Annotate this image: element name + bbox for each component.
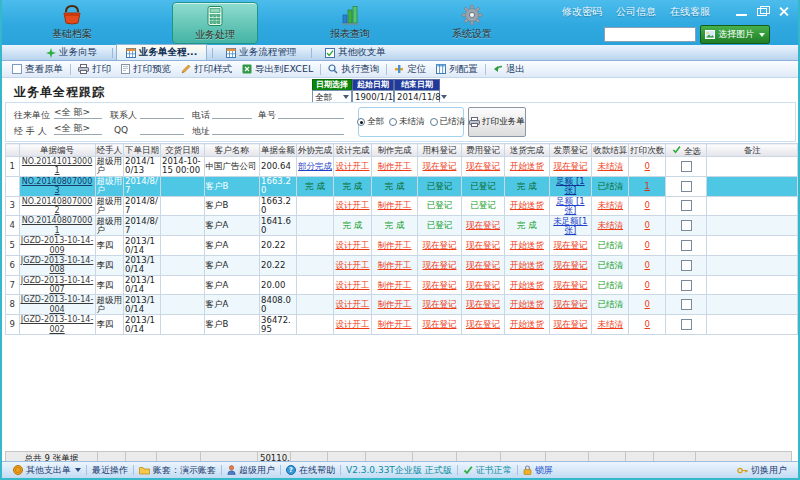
status-link[interactable]: 设计开工: [336, 260, 370, 270]
partner-field[interactable]: <全 部>: [54, 107, 102, 119]
status-current-user[interactable]: 超级用户: [222, 464, 280, 477]
toolbar-column-config[interactable]: 列配置: [431, 63, 483, 76]
order-id-link[interactable]: JGZD-2013-10-14-009: [21, 236, 93, 254]
status-link[interactable]: 开始送货: [510, 200, 544, 210]
docno-field[interactable]: [278, 107, 344, 119]
order-id-link[interactable]: JGZD-2013-10-14-008: [21, 256, 93, 274]
table-row[interactable]: 5JGZD-2013-10-14-009李四2013/10/14客户A20.22…: [6, 236, 798, 256]
column-header-14[interactable]: 收款结算: [592, 144, 629, 157]
toolbar-locate[interactable]: 定位: [389, 63, 431, 76]
titlebar-link-1[interactable]: 公司信息: [616, 5, 656, 19]
status-link[interactable]: 制作开工: [378, 200, 412, 210]
status-link[interactable]: 现在登记: [466, 220, 500, 230]
toolbar-run-query[interactable]: 执行查询: [323, 63, 384, 76]
status-link[interactable]: 制作开工: [378, 161, 412, 171]
phone-field[interactable]: [212, 107, 252, 119]
status-switch-user[interactable]: 切换用户: [732, 464, 792, 477]
column-header-13[interactable]: 发票登记: [549, 144, 592, 157]
row-checkbox[interactable]: [681, 200, 692, 211]
minimize-icon[interactable]: [735, 6, 748, 17]
address-field[interactable]: [212, 123, 344, 135]
order-id-link[interactable]: NO.201410130001: [22, 157, 93, 175]
close-icon[interactable]: [777, 6, 790, 17]
status-link[interactable]: 现在登记: [466, 280, 500, 290]
print-count-link[interactable]: 0: [644, 200, 649, 210]
row-checkbox[interactable]: [681, 220, 692, 231]
column-header-12[interactable]: 送货完成: [505, 144, 549, 157]
status-link[interactable]: 现在登记: [466, 299, 500, 309]
print-count-link[interactable]: 0: [644, 319, 649, 329]
status-link[interactable]: 现在登记: [466, 240, 500, 250]
row-checkbox[interactable]: [681, 181, 692, 192]
status-link[interactable]: 开始送货: [510, 240, 544, 250]
status-link[interactable]: 未结清: [597, 319, 623, 329]
column-header-17[interactable]: 备注: [707, 144, 798, 157]
order-id-link[interactable]: JGZD-2013-10-14-002: [21, 315, 93, 333]
toolbar-print-preview[interactable]: 打印预览: [116, 63, 176, 76]
status-link[interactable]: 现在登记: [553, 280, 587, 290]
status-link[interactable]: 现在登记: [422, 280, 456, 290]
column-header-11[interactable]: 费用登记: [461, 144, 504, 157]
tab-other-expense[interactable]: 其他收支单: [315, 44, 396, 60]
status-link[interactable]: 现在登记: [422, 260, 456, 270]
status-link[interactable]: 现在登记: [466, 319, 500, 329]
status-lock-screen[interactable]: 锁屏: [518, 464, 558, 477]
status-link[interactable]: 开始送货: [510, 299, 544, 309]
table-row[interactable]: 6JGZD-2013-10-14-008李四2013/10/14客户A20.22…: [6, 255, 798, 275]
status-account-set[interactable]: 账套：演示账套: [134, 464, 221, 477]
status-link[interactable]: 未结清: [597, 161, 623, 171]
status-link[interactable]: 足额 [1张]: [556, 196, 584, 215]
status-link[interactable]: 现在登记: [466, 161, 500, 171]
print-order-button[interactable]: 打印业务单: [468, 107, 526, 137]
print-count-link[interactable]: 0: [644, 161, 649, 171]
status-link[interactable]: 现在登记: [553, 240, 587, 250]
column-header-2[interactable]: 经手人: [95, 144, 124, 157]
column-header-3[interactable]: 下单日期: [124, 144, 161, 157]
row-checkbox[interactable]: [681, 161, 692, 172]
column-header-6[interactable]: 单据金额: [260, 144, 297, 157]
table-row[interactable]: 7JGZD-2013-10-14-007李四2013/10/14客户A20.00…: [6, 275, 798, 295]
status-recent-actions[interactable]: 最近操作: [87, 464, 133, 477]
status-link[interactable]: 设计开工: [336, 280, 370, 290]
print-count-link[interactable]: 1: [644, 181, 649, 191]
column-header-0[interactable]: [6, 144, 20, 157]
handler-field[interactable]: <全 部>: [54, 123, 102, 135]
status-link[interactable]: 现在登记: [466, 260, 500, 270]
nav-item-system-settings[interactable]: 系统设置: [430, 2, 514, 42]
column-header-1[interactable]: 单据编号: [19, 144, 95, 157]
order-id-link[interactable]: JGZD-2013-10-14-007: [21, 276, 93, 294]
column-header-7[interactable]: 外协完成: [297, 144, 334, 157]
status-link[interactable]: 现在登记: [553, 299, 587, 309]
qq-field[interactable]: [140, 123, 184, 135]
print-count-link[interactable]: 0: [644, 260, 649, 270]
nav-item-basic-archives[interactable]: 基础档案: [30, 2, 114, 42]
row-checkbox[interactable]: [681, 280, 692, 291]
status-link[interactable]: 现在登记: [553, 161, 587, 171]
status-certificate[interactable]: 证书正常: [458, 464, 517, 477]
order-id-link[interactable]: NO.201408070001: [22, 216, 93, 234]
status-link[interactable]: 现在登记: [422, 161, 456, 171]
row-checkbox[interactable]: [681, 260, 692, 271]
titlebar-link-2[interactable]: 在线客服: [670, 5, 710, 19]
contact-field[interactable]: [140, 107, 184, 119]
status-link[interactable]: 设计开工: [336, 240, 370, 250]
status-link[interactable]: 制作开工: [378, 280, 412, 290]
status-link[interactable]: 设计开工: [336, 161, 370, 171]
status-link[interactable]: 制作开工: [378, 319, 412, 329]
status-link[interactable]: 现在登记: [553, 260, 587, 270]
status-link[interactable]: 现在登记: [422, 319, 456, 329]
row-checkbox[interactable]: [681, 299, 692, 310]
status-link[interactable]: 开始送货: [510, 260, 544, 270]
status-link[interactable]: 足额 [1张]: [556, 176, 584, 195]
status-link[interactable]: 现在登记: [422, 299, 456, 309]
table-row[interactable]: 4NO.201408070001超级用户2014/8/7客户A1641.60完 …: [6, 216, 798, 236]
toolbar-print-style[interactable]: 打印样式: [176, 63, 237, 76]
toolbar-export-excel[interactable]: 导出到EXCEL: [237, 63, 318, 76]
column-header-4[interactable]: 交货日期: [161, 144, 204, 157]
print-count-link[interactable]: 0: [644, 299, 649, 309]
order-id-link[interactable]: NO.201408070002: [22, 197, 93, 215]
nav-item-business-process[interactable]: 业务处理: [172, 2, 258, 44]
row-checkbox[interactable]: [681, 240, 692, 251]
column-header-5[interactable]: 客户名称: [204, 144, 260, 157]
status-online-help[interactable]: ?在线帮助: [281, 464, 340, 477]
